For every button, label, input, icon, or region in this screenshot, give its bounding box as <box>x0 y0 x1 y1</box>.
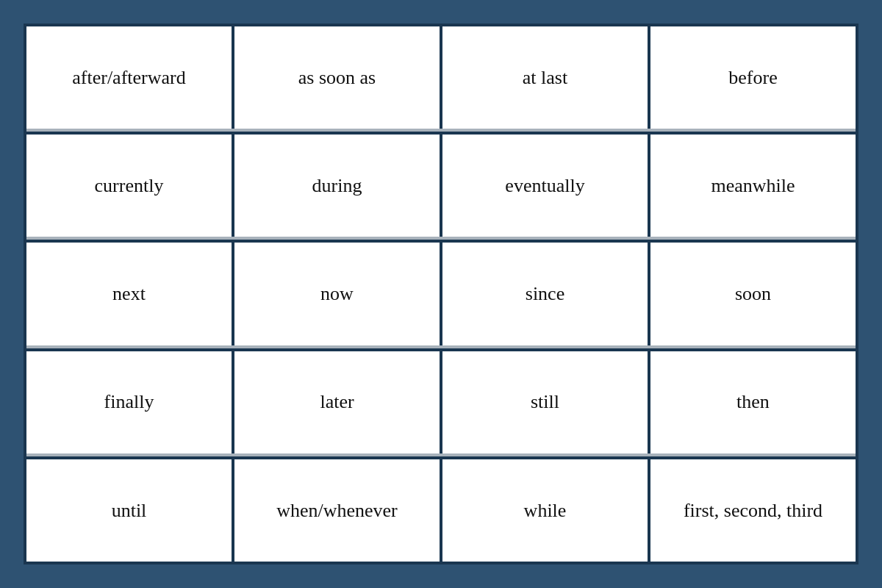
cell-r3c1: next <box>26 243 234 345</box>
word-grid: after/afterwardas soon asat lastbeforecu… <box>24 24 858 564</box>
page-container: after/afterwardas soon asat lastbeforecu… <box>12 12 870 576</box>
cell-r5c1: until <box>26 459 234 562</box>
word-r4c1: finally <box>104 390 154 415</box>
cell-r5c3: while <box>442 459 650 562</box>
grid-row-1: after/afterwardas soon asat lastbefore <box>26 26 856 129</box>
word-r3c2: now <box>320 282 354 306</box>
word-r1c2: as soon as <box>298 65 376 90</box>
word-r1c4: before <box>728 65 777 90</box>
word-r5c4: first, second, third <box>684 498 822 523</box>
word-r4c4: then <box>736 390 770 415</box>
cell-r2c4: meanwhile <box>650 135 856 237</box>
word-r5c1: until <box>112 498 147 523</box>
word-r1c3: at last <box>523 65 567 90</box>
word-r5c3: while <box>524 498 567 523</box>
word-r2c3: eventually <box>505 173 584 198</box>
word-r2c4: meanwhile <box>711 173 795 198</box>
word-r2c2: during <box>312 173 362 198</box>
grid-row-3: nextnowsincesoon <box>26 243 856 345</box>
word-r4c3: still <box>531 390 559 415</box>
word-r3c3: since <box>526 282 564 306</box>
cell-r1c3: at last <box>442 26 650 129</box>
cell-r2c1: currently <box>26 135 234 237</box>
cell-r1c1: after/afterward <box>26 26 234 129</box>
cell-r3c4: soon <box>650 243 856 345</box>
word-r2c1: currently <box>95 173 164 198</box>
grid-row-5: untilwhen/wheneverwhilefirst, second, th… <box>26 459 856 562</box>
cell-r4c2: later <box>234 351 442 453</box>
word-r4c2: later <box>320 390 354 415</box>
cell-r4c3: still <box>442 351 650 453</box>
grid-row-2: currentlyduringeventuallymeanwhile <box>26 135 856 237</box>
cell-r1c4: before <box>650 26 856 129</box>
word-r3c1: next <box>112 282 146 306</box>
cell-r5c4: first, second, third <box>650 459 856 562</box>
cell-r2c2: during <box>234 135 442 237</box>
cell-r3c3: since <box>442 243 650 345</box>
cell-r4c4: then <box>650 351 856 453</box>
cell-r5c2: when/whenever <box>234 459 442 562</box>
word-r3c4: soon <box>735 282 771 306</box>
grid-row-4: finallylaterstillthen <box>26 351 856 453</box>
word-r1c1: after/afterward <box>72 65 185 90</box>
cell-r3c2: now <box>234 243 442 345</box>
word-r5c2: when/whenever <box>276 498 398 523</box>
cell-r1c2: as soon as <box>234 26 442 129</box>
cell-r2c3: eventually <box>442 135 650 237</box>
cell-r4c1: finally <box>26 351 234 453</box>
